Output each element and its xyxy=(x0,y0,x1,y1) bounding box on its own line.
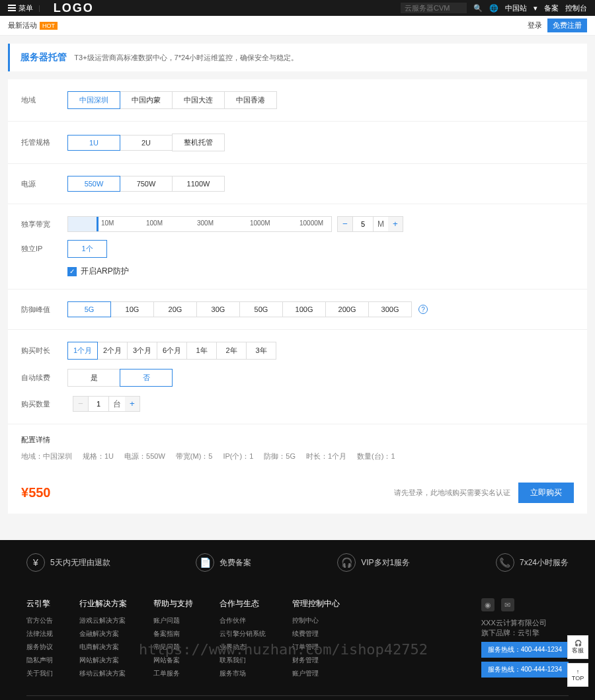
defense-opt-300g[interactable]: 300G xyxy=(368,301,412,317)
duration-opt-1y[interactable]: 1年 xyxy=(186,342,217,360)
feature-247: 📞7x24小时服务 xyxy=(496,553,569,572)
spec-opt-whole[interactable]: 整机托管 xyxy=(172,134,225,151)
price-note: 请先登录，此地域购买需要实名认证 xyxy=(394,488,510,498)
duration-opt-6m[interactable]: 6个月 xyxy=(157,342,187,360)
duration-opt-3y[interactable]: 3年 xyxy=(246,342,276,360)
footer-link[interactable]: 电商解决方案 xyxy=(79,642,127,652)
phone-icon: 📞 xyxy=(496,553,514,572)
headset-icon: 🎧 xyxy=(337,553,356,572)
renew-opt-yes[interactable]: 是 xyxy=(67,369,120,387)
defense-opt-20g[interactable]: 20G xyxy=(153,301,197,317)
footer-link[interactable]: 网站解决方案 xyxy=(79,656,127,665)
footer-link[interactable]: 服务协议 xyxy=(26,642,53,652)
footer-link[interactable]: 业界动态 xyxy=(219,642,266,652)
qty-unit: 台 xyxy=(109,397,125,411)
search-input[interactable] xyxy=(401,3,467,13)
footer-link[interactable]: 移动云解决方案 xyxy=(79,669,127,678)
headset-icon: 🎧 xyxy=(575,640,582,646)
console-link[interactable]: 控制台 xyxy=(565,3,587,13)
bandwidth-slider[interactable]: 10M 100M 300M 1000M 10000M xyxy=(67,216,332,232)
spec-opt-1u[interactable]: 1U xyxy=(67,135,120,151)
footer-link[interactable]: 官方公告 xyxy=(26,616,53,625)
bandwidth-value[interactable] xyxy=(352,217,374,231)
footer-link[interactable]: 金融解决方案 xyxy=(79,629,127,639)
footer-link[interactable]: 控制中心 xyxy=(292,616,340,625)
feature-vip: 🎧VIP多对1服务 xyxy=(337,553,410,572)
defense-opt-30g[interactable]: 30G xyxy=(196,301,240,317)
footer-link[interactable]: 网站备案 xyxy=(153,656,193,665)
globe-icon: 🌐 xyxy=(489,4,498,13)
bandwidth-minus[interactable]: − xyxy=(338,217,352,231)
register-button[interactable]: 免费注册 xyxy=(547,19,587,32)
summary-label: 配置详情 xyxy=(21,435,574,445)
qty-value[interactable] xyxy=(88,397,109,411)
defense-opt-200g[interactable]: 200G xyxy=(325,301,369,317)
top-button[interactable]: ↑TOP xyxy=(567,663,588,687)
footer-link[interactable]: 法律法规 xyxy=(26,629,53,639)
duration-opt-1m[interactable]: 1个月 xyxy=(67,342,98,360)
help-icon[interactable]: ? xyxy=(418,305,428,314)
duration-opt-2y[interactable]: 2年 xyxy=(216,342,247,360)
kefu-button[interactable]: 🎧客服 xyxy=(567,635,588,659)
summary-items: 地域：中国深圳 规格：1U 电源：550W 带宽(M)：5 IP(个)：1 防御… xyxy=(21,451,574,461)
ip-opt-1[interactable]: 1个 xyxy=(67,240,107,258)
quantity-label: 购买数量 xyxy=(21,399,67,409)
footer-link[interactable]: 服务市场 xyxy=(219,669,266,678)
footer-link[interactable]: 云引擎分销系统 xyxy=(219,629,266,639)
region-opt-hongkong[interactable]: 中国香港 xyxy=(224,91,277,109)
region-label: 地域 xyxy=(21,95,67,105)
footer-link[interactable]: 账户管理 xyxy=(292,669,340,678)
login-link[interactable]: 登录 xyxy=(528,20,542,30)
company-name: XXX云计算有限公司 xyxy=(481,618,569,628)
defense-opt-10g[interactable]: 10G xyxy=(110,301,154,317)
chevron-down-icon: ▾ xyxy=(534,4,537,13)
footer-link[interactable]: 常见问题 xyxy=(153,642,193,652)
hotline-2: 服务热线：400-444-1234 xyxy=(481,662,569,678)
bandwidth-plus[interactable]: + xyxy=(388,217,403,231)
menu-button[interactable]: 菜单 xyxy=(8,3,33,13)
renew-opt-no[interactable]: 否 xyxy=(120,369,173,387)
footer-link[interactable]: 隐私声明 xyxy=(26,656,53,665)
buy-button[interactable]: 立即购买 xyxy=(518,483,574,503)
footer-link[interactable]: 合作伙伴 xyxy=(219,616,266,625)
power-opt-1100[interactable]: 1100W xyxy=(172,176,225,192)
defense-opt-100g[interactable]: 100G xyxy=(282,301,326,317)
search-icon[interactable]: 🔍 xyxy=(473,4,483,13)
arrow-up-icon: ↑ xyxy=(576,668,580,675)
defense-opt-5g[interactable]: 5G xyxy=(67,301,111,317)
weibo-icon[interactable]: ◉ xyxy=(481,598,495,611)
footer-link[interactable]: 备案指南 xyxy=(153,629,193,639)
spec-opt-2u[interactable]: 2U xyxy=(120,135,173,151)
region-opt-shenzhen[interactable]: 中国深圳 xyxy=(67,91,120,109)
logo[interactable]: LOGO xyxy=(54,1,94,15)
region-opt-neimeng[interactable]: 中国内蒙 xyxy=(120,91,173,109)
power-opt-750[interactable]: 750W xyxy=(120,176,173,192)
region-opt-dalian[interactable]: 中国大连 xyxy=(172,91,225,109)
mail-icon[interactable]: ✉ xyxy=(501,598,514,611)
ip-label: 独立IP xyxy=(21,244,67,254)
power-opt-550[interactable]: 550W xyxy=(67,176,120,192)
activity-link[interactable]: 最新活动 xyxy=(8,20,37,30)
feature-refund: ¥5天内无理由退款 xyxy=(26,553,110,572)
footer-link[interactable]: 游戏云解决方案 xyxy=(79,616,127,625)
menu-label: 菜单 xyxy=(19,3,33,13)
arp-label: 开启ARP防护 xyxy=(81,266,129,277)
qty-minus[interactable]: − xyxy=(73,397,88,411)
qty-plus[interactable]: + xyxy=(125,397,139,411)
footer-link[interactable]: 账户问题 xyxy=(153,616,193,625)
footer-link[interactable]: 财务管理 xyxy=(292,656,340,665)
footer-link[interactable]: 联系我们 xyxy=(219,656,266,665)
page-desc: T3+级运营商高标准数据中心，7*24小时运维监控，确保安全与稳定。 xyxy=(74,54,298,61)
duration-opt-2m[interactable]: 2个月 xyxy=(97,342,128,360)
footer-link[interactable]: 关于我们 xyxy=(26,669,53,678)
duration-opt-3m[interactable]: 3个月 xyxy=(127,342,157,360)
region-selector[interactable]: 中国站 xyxy=(505,3,527,13)
feature-beian: 📄免费备案 xyxy=(196,553,251,572)
footer-link[interactable]: 工单服务 xyxy=(153,669,193,678)
beian-link[interactable]: 备案 xyxy=(544,3,559,13)
footer-link[interactable]: 订单管理 xyxy=(292,642,340,652)
defense-opt-50g[interactable]: 50G xyxy=(239,301,283,317)
footer-link[interactable]: 续费管理 xyxy=(292,629,340,639)
region-options: 中国深圳 中国内蒙 中国大连 中国香港 xyxy=(67,91,277,109)
arp-checkbox[interactable]: ✓ xyxy=(67,267,77,276)
